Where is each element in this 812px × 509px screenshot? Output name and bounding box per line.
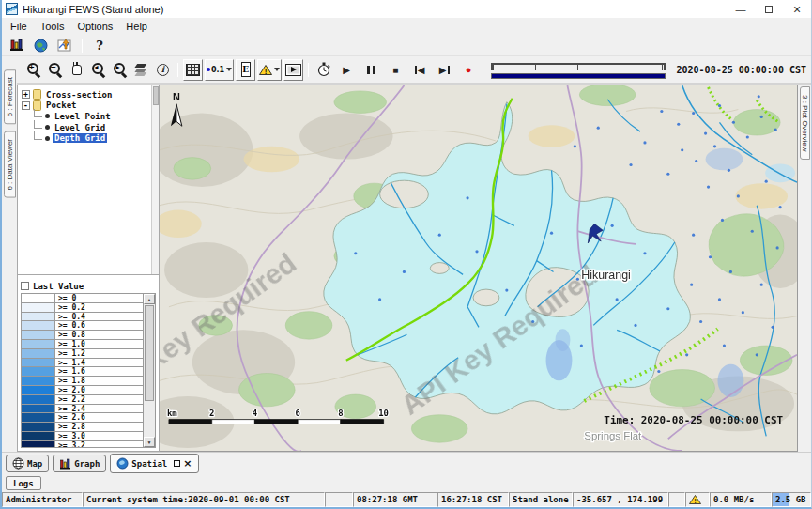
warning-layer-button[interactable]: ! bbox=[257, 59, 282, 81]
close-button[interactable]: × bbox=[783, 0, 811, 18]
legend-row: >= 1.6 bbox=[22, 367, 143, 377]
globe-wire-icon bbox=[12, 457, 24, 470]
layers-icon bbox=[135, 64, 147, 75]
pan-button[interactable] bbox=[67, 59, 86, 81]
zoom-previous-button[interactable]: ◂ bbox=[88, 59, 108, 81]
tab-graph[interactable]: Graph bbox=[53, 455, 106, 472]
menu-item[interactable]: Tools bbox=[34, 20, 71, 33]
toolbar-separator bbox=[308, 63, 309, 77]
panel-tab-plot-overview[interactable]: 3 : Plot Overview bbox=[800, 86, 810, 160]
minimize-button[interactable]: — bbox=[727, 0, 755, 18]
status-spacer bbox=[668, 492, 685, 507]
scroll-down-icon[interactable]: ▼ bbox=[144, 437, 155, 447]
legend-color-swatch bbox=[22, 432, 55, 440]
town-label: Hikurangi bbox=[581, 269, 630, 282]
animation-timer-button[interactable] bbox=[314, 59, 333, 81]
zoom-out-button[interactable]: − bbox=[45, 59, 65, 81]
menu-item[interactable]: File bbox=[4, 20, 34, 33]
maximize-button[interactable] bbox=[755, 0, 783, 18]
record-button[interactable]: ● bbox=[457, 59, 480, 81]
status-download-speed: 0.0 MB/s bbox=[710, 492, 772, 507]
spatial-display-button[interactable] bbox=[30, 37, 51, 54]
time-slider-ruler bbox=[491, 63, 665, 70]
skip-to-end-button[interactable]: ▶ bbox=[433, 59, 455, 81]
legend-row: >= 0.8 bbox=[22, 331, 143, 340]
map-view[interactable]: API Key Required API Key Required N km bbox=[160, 85, 798, 452]
status-user: Administrator bbox=[2, 492, 83, 507]
info-button[interactable]: i bbox=[153, 59, 173, 81]
chart-arrow-icon bbox=[57, 39, 72, 53]
legend-row-label: >= 2.8 bbox=[55, 423, 143, 431]
svg-text:km: km bbox=[167, 409, 177, 418]
menu-item[interactable]: Help bbox=[119, 20, 154, 33]
plot-display-button[interactable] bbox=[54, 37, 75, 54]
zoom-in-button[interactable]: + bbox=[23, 59, 43, 81]
tab-map[interactable]: Map bbox=[6, 455, 49, 472]
time-slider[interactable] bbox=[489, 59, 666, 80]
zoom-next-button[interactable]: ▸ bbox=[110, 59, 130, 81]
grid-display-button[interactable] bbox=[183, 59, 203, 81]
scroll-up-icon[interactable]: ▲ bbox=[144, 294, 155, 304]
legend-row-label: >= 1.8 bbox=[55, 377, 143, 385]
animation-export-button[interactable] bbox=[283, 59, 303, 81]
tree-item-label: Cross-section bbox=[44, 90, 114, 100]
layers-button[interactable] bbox=[131, 59, 151, 81]
tree-item[interactable]: + Cross-section bbox=[22, 89, 151, 100]
database-viewer-button[interactable] bbox=[6, 37, 26, 54]
legend-table: >= 0 >= 0.2 bbox=[21, 293, 156, 448]
scale-legend-button[interactable]: E bbox=[236, 59, 255, 81]
map-toolbar: + − ◂ ▸ i 0.1 E ! bbox=[17, 56, 811, 85]
grid-icon bbox=[186, 64, 200, 76]
tree-expander[interactable]: - bbox=[22, 101, 30, 110]
tree-item[interactable]: Depth Grid bbox=[22, 132, 151, 144]
status-coordinates: -35.657 , 174.199 bbox=[573, 492, 668, 507]
tree-scrollbar[interactable] bbox=[151, 85, 159, 274]
tab-close-icon[interactable]: × bbox=[183, 459, 192, 468]
tab-spatial[interactable]: Spatial × bbox=[110, 454, 198, 473]
svg-text:8: 8 bbox=[338, 409, 343, 418]
legend-row: >= 2.6 bbox=[22, 413, 143, 423]
legend-row-label: >= 0.6 bbox=[55, 321, 143, 330]
status-local-time: 16:27:18 CST bbox=[437, 492, 509, 507]
right-tab-strip: 3 : Plot Overview bbox=[798, 85, 811, 452]
legend-color-swatch bbox=[22, 331, 55, 339]
panel-tab-forecast[interactable]: 5 : Forecast bbox=[4, 69, 16, 124]
time-slider-range-bar[interactable] bbox=[491, 73, 665, 79]
legend-row: >= 1.0 bbox=[22, 340, 143, 349]
legend-row: >= 2.0 bbox=[22, 386, 143, 395]
legend-color-swatch bbox=[22, 340, 55, 348]
last-value-label: Last Value bbox=[33, 282, 84, 291]
tab-maximize-icon[interactable] bbox=[174, 460, 180, 467]
panel-tab-data-viewer[interactable]: 6 : Data Viewer bbox=[4, 131, 16, 198]
status-warning[interactable]: ! bbox=[685, 492, 710, 507]
legend-color-swatch bbox=[22, 395, 55, 404]
tree-expander[interactable]: + bbox=[22, 90, 30, 99]
last-value-checkbox[interactable] bbox=[21, 282, 29, 290]
stop-button[interactable]: ■ bbox=[384, 59, 406, 81]
legend-row: >= 2.2 bbox=[22, 395, 143, 405]
legend-scrollbar[interactable]: ▲ ▼ bbox=[143, 294, 155, 447]
blue-globe-icon bbox=[116, 457, 129, 470]
legend-color-swatch bbox=[22, 367, 55, 376]
map-canvas: API Key Required API Key Required N km bbox=[160, 85, 797, 451]
pause-button[interactable] bbox=[360, 59, 382, 81]
legend-color-swatch bbox=[22, 294, 55, 302]
area-label: Springs Flat bbox=[584, 430, 642, 441]
map-time-label: Time: 2020-08-25 00:00:00 CST bbox=[604, 414, 783, 426]
globe-icon bbox=[34, 39, 48, 53]
play-button[interactable]: ▶ bbox=[335, 59, 358, 81]
warning-icon: ! bbox=[689, 495, 702, 505]
class-dot-icon bbox=[207, 68, 210, 71]
legend-color-swatch bbox=[22, 321, 55, 330]
menu-item[interactable]: Options bbox=[70, 20, 119, 33]
logs-button[interactable]: Logs bbox=[6, 476, 41, 490]
maximize-icon bbox=[765, 6, 773, 13]
svg-text:4: 4 bbox=[253, 409, 257, 418]
skip-to-start-button[interactable]: ◀ bbox=[408, 59, 431, 81]
tree-node-icon bbox=[45, 114, 50, 118]
display-tabs-bar: Map Graph Spatial × bbox=[2, 452, 811, 474]
scrollbar-thumb[interactable] bbox=[145, 305, 154, 401]
class-threshold-dropdown[interactable]: 0.1 bbox=[205, 59, 234, 81]
legend-row-label: >= 0.8 bbox=[55, 331, 143, 339]
help-button[interactable]: ? bbox=[89, 37, 110, 54]
